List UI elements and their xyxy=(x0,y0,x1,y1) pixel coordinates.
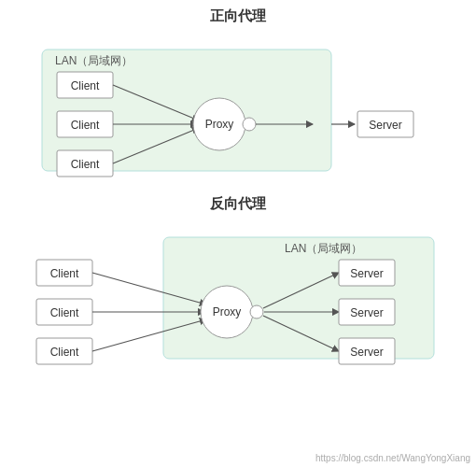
svg-point-9 xyxy=(243,118,256,131)
bottom-lan-label: LAN（局域网） xyxy=(285,242,362,255)
top-lan-label: LAN（局域网） xyxy=(55,54,133,67)
bottom-proxy-label: Proxy xyxy=(213,305,242,318)
top-server-label: Server xyxy=(369,119,401,132)
top-client-1: Client xyxy=(71,79,100,92)
svg-point-22 xyxy=(250,305,263,318)
top-client-2: Client xyxy=(71,119,100,132)
bottom-client-3: Client xyxy=(50,346,79,359)
bottom-server-3: Server xyxy=(350,346,383,359)
reverse-proxy-section: 反向代理 LAN（局域网） Client Client Client Proxy xyxy=(0,195,476,370)
reverse-proxy-title: 反向代理 xyxy=(210,195,266,213)
reverse-proxy-diagram: LAN（局域网） Client Client Client Proxy Serv… xyxy=(23,220,453,370)
bottom-server-2: Server xyxy=(350,306,383,319)
forward-proxy-diagram: LAN（局域网） Client Client Client Proxy Serv… xyxy=(23,33,453,182)
bottom-server-1: Server xyxy=(350,267,383,280)
top-client-3: Client xyxy=(71,158,100,171)
watermark: https://blog.csdn.net/WangYongXiang xyxy=(315,453,470,463)
top-proxy-label: Proxy xyxy=(205,118,234,131)
forward-proxy-section: 正向代理 LAN（局域网） Client Client Client Proxy xyxy=(0,7,476,182)
bottom-client-2: Client xyxy=(50,306,79,319)
bottom-client-1: Client xyxy=(50,267,79,280)
forward-proxy-title: 正向代理 xyxy=(210,7,266,25)
